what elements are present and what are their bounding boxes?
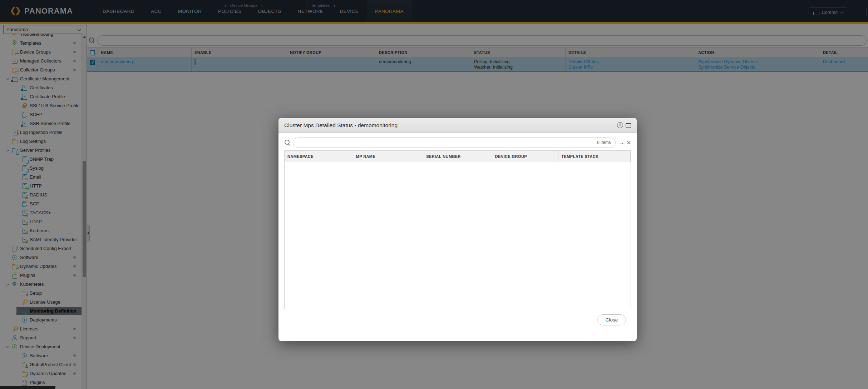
dialog-column-header-mp-name[interactable]: MP NAME	[353, 151, 424, 162]
clear-filter-icon[interactable]: ×	[627, 140, 631, 146]
panorama-app: PANORAMA DASHBOARDACCMONITORPOLICIESOBJE…	[0, 0, 868, 389]
dialog-column-header-device-group[interactable]: DEVICE GROUP	[492, 151, 559, 162]
dialog-title-bar: Cluster Mps Detailed Status - demomonito…	[278, 118, 637, 133]
items-count: 0 items	[597, 140, 611, 145]
dialog-column-header-serial-number[interactable]: SERIAL NUMBER	[423, 151, 492, 162]
window-icon[interactable]	[626, 123, 631, 128]
close-button[interactable]: Close	[597, 314, 626, 325]
dialog-title: Cluster Mps Detailed Status - demomonito…	[284, 122, 614, 129]
dialog-footer: Close	[278, 314, 637, 325]
dialog-search-bar: 0 items → ×	[284, 137, 631, 148]
dialog-search-pill: 0 items	[293, 138, 616, 148]
dialog-table-body	[285, 162, 631, 309]
cluster-mps-dialog: Cluster Mps Detailed Status - demomonito…	[278, 118, 637, 341]
dialog-table-header: NAMESPACEMP NAMESERIAL NUMBERDEVICE GROU…	[285, 151, 631, 162]
apply-filter-icon[interactable]: →	[618, 140, 625, 146]
search-icon	[284, 139, 291, 146]
help-icon[interactable]	[617, 122, 623, 128]
dialog-column-header-namespace[interactable]: NAMESPACE	[285, 151, 353, 162]
dialog-search-input[interactable]	[297, 140, 597, 145]
dialog-column-header-template-stack[interactable]: TEMPLATE STACK	[558, 151, 631, 162]
dialog-table: NAMESPACEMP NAMESERIAL NUMBERDEVICE GROU…	[284, 150, 631, 309]
